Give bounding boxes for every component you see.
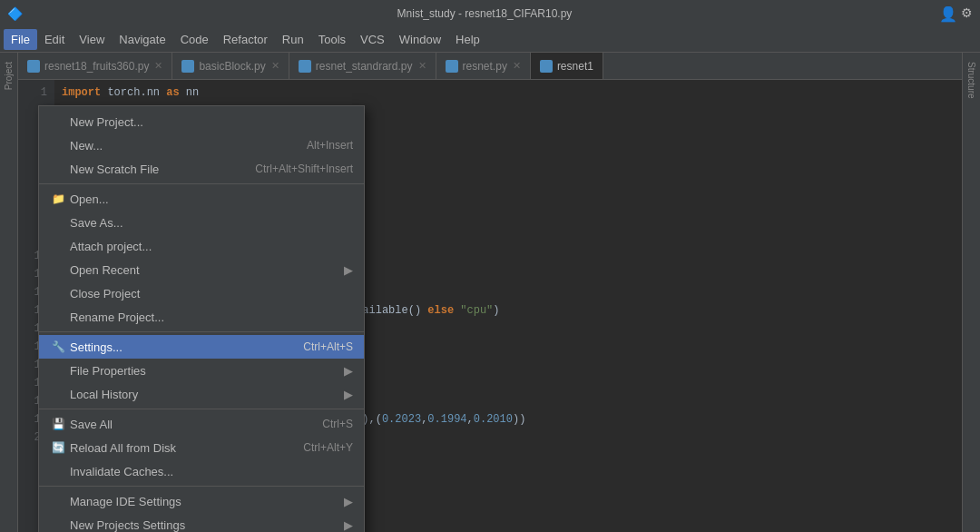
app-wrapper: 🔷 Mnist_study - resnet18_CIFAR10.py 👤 ⚙ … [0, 0, 980, 532]
menu-help[interactable]: Help [448, 29, 487, 50]
tab-bar: resnet18_fruits360.py ✕ basicBlock.py ✕ … [18, 53, 962, 80]
tab-label: resnet18_fruits360.py [44, 60, 149, 73]
account-icon[interactable]: 👤 [939, 5, 957, 23]
menu-local-history[interactable]: Local History ▶ [39, 382, 364, 406]
app-logo: 🔷 [7, 6, 23, 21]
editor-area: New Project... New... Alt+Insert New Scr… [18, 53, 962, 532]
tab-file-icon [181, 60, 194, 73]
separator-1 [39, 183, 364, 184]
menu-manage-ide[interactable]: Manage IDE Settings ▶ [39, 489, 364, 513]
menu-save-all[interactable]: 💾 Save All Ctrl+S [39, 412, 364, 436]
separator-4 [39, 486, 364, 487]
tab-close-icon[interactable]: ✕ [418, 60, 426, 72]
menu-navigate[interactable]: Navigate [112, 29, 172, 50]
separator-3 [39, 409, 364, 409]
window-title: Mnist_study - resnet18_CIFAR10.py [30, 7, 939, 20]
menu-code[interactable]: Code [173, 29, 216, 50]
menu-invalidate-caches[interactable]: Invalidate Caches... [39, 459, 364, 483]
menu-open-recent[interactable]: Open Recent ▶ [39, 258, 364, 281]
menu-file[interactable]: File [4, 29, 37, 50]
tab-close-icon[interactable]: ✕ [271, 60, 279, 72]
menu-new-project[interactable]: New Project... [39, 110, 364, 133]
menu-bar: File Edit View Navigate Code Refactor Ru… [0, 27, 980, 53]
content-row: Project New Project... New... Alt+Insert… [0, 53, 980, 532]
menu-attach-project[interactable]: Attach project... [39, 234, 364, 258]
file-dropdown-menu: New Project... New... Alt+Insert New Scr… [38, 105, 365, 532]
menu-rename-project[interactable]: Rename Project... [39, 305, 364, 329]
tab-label: resnet.py [463, 60, 507, 73]
project-tab[interactable]: Project [1, 56, 16, 95]
tab-resnet-standard[interactable]: resnet_standrard.py ✕ [289, 53, 436, 80]
structure-tab[interactable]: Structure [964, 56, 979, 104]
tab-close-icon[interactable]: ✕ [154, 60, 162, 72]
menu-new-projects-settings[interactable]: New Projects Settings ▶ [39, 513, 364, 532]
menu-open[interactable]: 📁 Open... [39, 187, 364, 211]
tab-basicblock[interactable]: basicBlock.py ✕ [172, 53, 289, 80]
tab-file-icon [299, 60, 311, 73]
right-sidebar: Structure [962, 53, 980, 532]
tab-label: resnet_standrard.py [316, 60, 413, 73]
left-sidebar: Project [0, 53, 18, 532]
menu-window[interactable]: Window [392, 29, 448, 50]
menu-reload-all[interactable]: 🔄 Reload All from Disk Ctrl+Alt+Y [39, 436, 364, 459]
menu-settings[interactable]: 🔧 Settings... Ctrl+Alt+S [39, 335, 364, 359]
menu-new[interactable]: New... Alt+Insert [39, 133, 364, 157]
tab-file-icon [446, 60, 458, 73]
tab-file-icon [540, 60, 553, 73]
menu-refactor[interactable]: Refactor [216, 29, 275, 50]
tab-close-icon[interactable]: ✕ [513, 60, 521, 72]
save-all-icon: 💾 [50, 418, 66, 430]
tab-resnet18-fruits[interactable]: resnet18_fruits360.py ✕ [18, 53, 172, 80]
menu-view[interactable]: View [72, 29, 112, 50]
menu-new-scratch[interactable]: New Scratch File Ctrl+Alt+Shift+Insert [39, 157, 364, 181]
title-bar: 🔷 Mnist_study - resnet18_CIFAR10.py 👤 ⚙ [0, 0, 980, 27]
reload-icon: 🔄 [50, 441, 66, 454]
menu-save-as[interactable]: Save As... [39, 211, 364, 234]
tab-file-icon [27, 60, 40, 73]
tab-resnet[interactable]: resnet.py ✕ [436, 53, 531, 80]
menu-edit[interactable]: Edit [37, 29, 72, 50]
separator-2 [39, 331, 364, 332]
menu-run[interactable]: Run [275, 29, 311, 50]
folder-icon: 📁 [50, 192, 66, 205]
wrench-icon: 🔧 [50, 340, 66, 353]
settings-icon[interactable]: ⚙ [961, 5, 973, 23]
menu-tools[interactable]: Tools [311, 29, 353, 50]
tab-label: resnet1 [557, 60, 593, 73]
menu-vcs[interactable]: VCS [353, 29, 392, 50]
menu-close-project[interactable]: Close Project [39, 281, 364, 305]
tab-label: basicBlock.py [199, 60, 265, 73]
menu-file-properties[interactable]: File Properties ▶ [39, 359, 364, 382]
tab-resnet1[interactable]: resnet1 [531, 53, 603, 80]
